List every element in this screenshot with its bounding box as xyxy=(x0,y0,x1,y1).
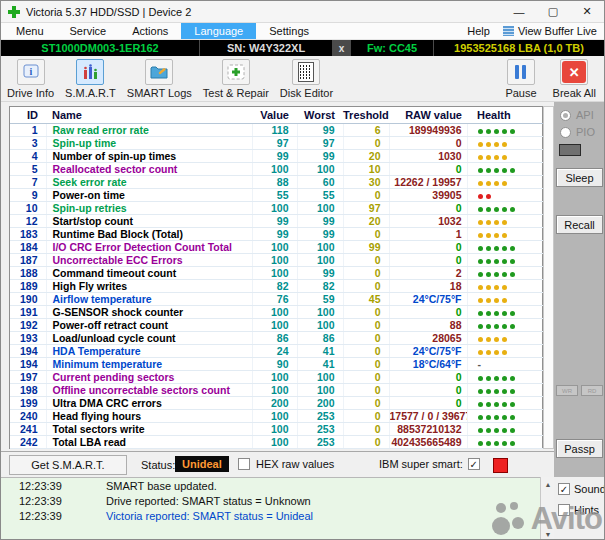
rd-mini-button[interactable]: RD xyxy=(581,385,603,396)
attr-id: 12 xyxy=(10,215,46,228)
menu-item-actions[interactable]: Actions xyxy=(119,23,181,39)
smart-attribute-row[interactable]: 199Ultra DMA CRC errors20020000 xyxy=(10,397,544,410)
attr-health-dots xyxy=(467,319,544,332)
break-all-button[interactable]: ✕ Break All xyxy=(553,59,596,99)
attr-raw-value: 18 xyxy=(389,280,467,293)
attr-treshold: 0 xyxy=(343,228,389,241)
smart-attribute-row[interactable]: 189High Fly writes8282018 xyxy=(10,280,544,293)
ibm-super-smart-checkbox[interactable]: IBM super smart: ✓ xyxy=(379,458,480,470)
maximize-icon[interactable]: ▢ xyxy=(536,1,570,22)
attr-health-dots xyxy=(467,397,544,410)
menu-item-menu[interactable]: Menu xyxy=(3,23,57,39)
smart-logs-button[interactable]: SMART Logs xyxy=(127,59,192,99)
pio-radio[interactable]: PIO xyxy=(560,126,595,138)
sleep-button[interactable]: Sleep xyxy=(556,168,603,187)
attr-health-dots xyxy=(467,124,544,137)
sound-checkbox[interactable]: ✓ Sound xyxy=(558,483,605,495)
smart-attribute-row[interactable]: 10Spin-up retries100100970 xyxy=(10,202,544,215)
smart-attribute-row[interactable]: 12Start/stop count9999201032 xyxy=(10,215,544,228)
smart-attribute-row[interactable]: 190Airflow temperature76594524°C/75°F xyxy=(10,293,544,306)
attr-worst: 60 xyxy=(297,176,343,189)
log-timestamp: 12:23:39 xyxy=(1,480,81,492)
menu-item-settings[interactable]: Settings xyxy=(256,23,322,39)
menu-item-help[interactable]: Help xyxy=(454,23,503,39)
wr-mini-button[interactable]: WR xyxy=(556,385,578,396)
scroll-down-icon[interactable]: ▼ xyxy=(542,528,554,540)
smart-attribute-row[interactable]: 194HDA Temperature2441024°C/75°F xyxy=(10,345,544,358)
smart-attribute-row[interactable]: 187Uncorrectable ECC Errors10010000 xyxy=(10,254,544,267)
recall-button[interactable]: Recall xyxy=(556,215,603,234)
log-timestamp: 12:23:39 xyxy=(1,510,81,522)
attr-raw-value: 0 xyxy=(389,254,467,267)
attr-raw-value: 0 xyxy=(389,163,467,176)
attr-health-dots xyxy=(467,189,544,202)
test-repair-button[interactable]: Test & Repair xyxy=(203,59,269,99)
attr-treshold: 0 xyxy=(343,384,389,397)
attr-worst: 100 xyxy=(297,384,343,397)
attr-worst: 99 xyxy=(297,124,343,137)
smart-attribute-row[interactable]: 198Offline uncorrectable sectors count10… xyxy=(10,384,544,397)
drive-info-button[interactable]: i Drive Info xyxy=(7,59,54,99)
smart-button[interactable]: S.M.A.R.T xyxy=(65,59,116,99)
attr-id: 240 xyxy=(10,410,46,423)
smart-attribute-row[interactable]: 183Runtime Bad Block (Total)999901 xyxy=(10,228,544,241)
smart-attribute-row[interactable]: 240Head flying hours100253017577 / 0 / 3… xyxy=(10,410,544,423)
table-scrollbar[interactable] xyxy=(543,106,554,449)
attr-id: 188 xyxy=(10,267,46,280)
passport-button[interactable]: Passp xyxy=(556,439,603,458)
smart-attribute-row[interactable]: 4Number of spin-up times9999201030 xyxy=(10,150,544,163)
attr-name: Command timeout count xyxy=(46,267,252,280)
attr-treshold: 20 xyxy=(343,150,389,163)
checkbox-unchecked-icon xyxy=(558,504,570,516)
disk-editor-button[interactable]: Disk Editor xyxy=(280,59,333,99)
smart-attribute-row[interactable]: 5Reallocated sector count100100100 xyxy=(10,163,544,176)
attr-raw-value: 1 xyxy=(389,228,467,241)
smart-attribute-row[interactable]: 184I/O CRC Error Detection Count Total10… xyxy=(10,241,544,254)
device-tab-close-icon[interactable]: x xyxy=(333,40,350,56)
smart-attribute-row[interactable]: 7Seek error rate88603012262 / 19957 xyxy=(10,176,544,189)
attr-name: Power-on time xyxy=(46,189,252,202)
log-panel: 12:23:39SMART base updated.12:23:39Drive… xyxy=(1,477,540,540)
pause-button[interactable]: Pause xyxy=(505,59,536,99)
victoria-window: Victoria 5.37 HDD/SSD | Device 2 — ▢ ✕ M… xyxy=(0,0,605,540)
log-scrollbar[interactable]: ▲ ▼ xyxy=(540,477,554,540)
log-entry: 12:23:39SMART base updated. xyxy=(1,479,540,493)
smart-attribute-row[interactable]: 3Spin-up time979700 xyxy=(10,137,544,150)
attr-health-dots xyxy=(467,384,544,397)
log-message: SMART base updated. xyxy=(81,480,217,492)
get-smart-button[interactable]: Get S.M.A.R.T. xyxy=(9,455,127,475)
attr-raw-value: 402435665489 xyxy=(389,436,467,449)
attr-raw-value: 0 xyxy=(389,397,467,410)
scroll-up-icon[interactable]: ▲ xyxy=(542,478,554,490)
menu-item-service[interactable]: Service xyxy=(57,23,120,39)
smart-attribute-row[interactable]: 194Minimum temperature9041018°C/64°F- xyxy=(10,358,544,371)
close-icon[interactable]: ✕ xyxy=(570,1,604,22)
attr-value: 86 xyxy=(252,332,297,345)
smart-attribute-row[interactable]: 197Current pending sectors10010000 xyxy=(10,371,544,384)
attr-raw-value: 12262 / 19957 xyxy=(389,176,467,189)
smart-attribute-row[interactable]: 193Load/unload cycle count8686028065 xyxy=(10,332,544,345)
folder-pencil-icon xyxy=(145,59,173,85)
attr-treshold: 97 xyxy=(343,202,389,215)
hints-checkbox[interactable]: Hints xyxy=(558,504,599,516)
pause-label: Pause xyxy=(505,87,536,99)
view-buffer-live[interactable]: View Buffer Live xyxy=(503,23,602,39)
status-bar: Get S.M.A.R.T. Status: Unideal HEX raw v… xyxy=(1,451,554,478)
green-cross-icon xyxy=(222,59,250,85)
api-radio[interactable]: API xyxy=(560,109,594,121)
smart-attribute-row[interactable]: 241Total sectors write100253088537210132 xyxy=(10,423,544,436)
smart-attribute-row[interactable]: 9Power-on time5555039905 xyxy=(10,189,544,202)
minimize-icon[interactable]: — xyxy=(502,1,536,22)
menu-item-language[interactable]: Language xyxy=(181,23,256,39)
attr-value: 76 xyxy=(252,293,297,306)
smart-attribute-row[interactable]: 242Total LBA read1002530402435665489 xyxy=(10,436,544,449)
smart-attribute-row[interactable]: 192Power-off retract count100100088 xyxy=(10,319,544,332)
hex-raw-values-checkbox[interactable]: HEX raw values xyxy=(238,458,334,470)
attr-name: Offline uncorrectable sectors count xyxy=(46,384,252,397)
smart-attribute-row[interactable]: 191G-SENSOR shock counter10010000 xyxy=(10,306,544,319)
header-treshold: Treshold xyxy=(343,107,389,124)
smart-attribute-row[interactable]: 1Raw read error rate118996189949936 xyxy=(10,124,544,137)
smart-attribute-row[interactable]: 188Command timeout count1009902 xyxy=(10,267,544,280)
title-bar: Victoria 5.37 HDD/SSD | Device 2 — ▢ ✕ xyxy=(1,1,604,23)
attr-worst: 97 xyxy=(297,137,343,150)
